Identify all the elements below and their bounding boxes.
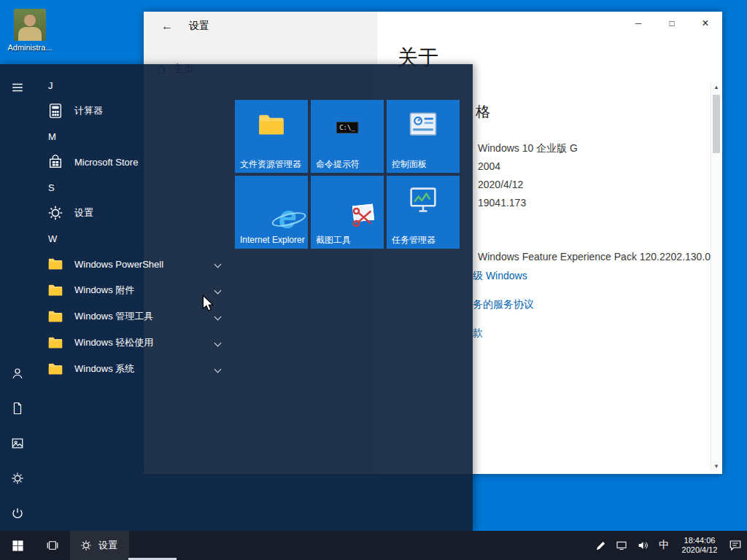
power-button[interactable] (9, 505, 26, 522)
tile-snipping-tool[interactable]: 截图工具 (311, 176, 384, 249)
taskbar-app-label: 设置 (98, 539, 117, 552)
scroll-up-icon[interactable]: ▴ (711, 83, 721, 90)
upgrade-windows-link[interactable]: 级 Windows (473, 270, 527, 283)
user-account-button[interactable] (9, 365, 26, 382)
start-menu: J 计算器 M Microsoft Store S 设置 (0, 64, 473, 531)
app-label: Windows 管理工具 (74, 310, 153, 323)
app-list-letter-m[interactable]: M (35, 124, 233, 149)
gear-icon (11, 472, 24, 485)
installed-date-value: 2020/4/12 (478, 179, 523, 190)
documents-button[interactable] (9, 400, 26, 417)
clock-date: 2020/4/12 (678, 545, 721, 555)
pen-input-icon[interactable] (593, 538, 608, 553)
license-terms-link[interactable]: 款 (473, 327, 483, 340)
action-center-icon[interactable] (728, 538, 743, 553)
taskbar: 设置 中 18:44:06 2020/4/12 (0, 531, 747, 560)
taskbar-app-settings[interactable]: 设置 (70, 531, 129, 560)
volume-icon[interactable] (635, 538, 650, 553)
tile-command-prompt[interactable]: C:\_ 命令提示符 (311, 100, 384, 173)
app-label: Windows 附件 (74, 284, 134, 297)
windows-spec-heading: 格 (476, 102, 490, 122)
mouse-cursor (202, 295, 215, 315)
tile-control-panel[interactable]: 控制面板 (387, 100, 460, 173)
pictures-button[interactable] (9, 435, 26, 452)
system-tray: 中 18:44:06 2020/4/12 (593, 536, 747, 555)
edition-value: Windows 10 企业版 G (478, 142, 578, 155)
chevron-down-icon[interactable] (214, 260, 222, 268)
scrollbar-thumb[interactable] (713, 95, 720, 153)
store-icon (47, 153, 64, 171)
control-panel-icon (408, 111, 438, 141)
minimize-button[interactable]: ─ (622, 12, 655, 35)
app-group-windows-ease-of-access[interactable]: Windows 轻松使用 (35, 330, 233, 356)
command-prompt-icon: C:\_ (336, 120, 358, 133)
start-button[interactable] (0, 531, 35, 560)
folder-icon (47, 255, 64, 273)
app-item-calculator[interactable]: 计算器 (35, 98, 233, 124)
app-item-microsoft-store[interactable]: Microsoft Store (35, 149, 233, 175)
letter-label: J (48, 80, 53, 91)
pictures-icon (11, 437, 24, 450)
power-icon (11, 507, 24, 520)
close-button[interactable]: × (689, 12, 722, 35)
scrollbar[interactable]: ▴ ▾ (711, 82, 721, 471)
desktop: Administra... 主页 ← 设置 ─ □ × 关于 格 Windows… (0, 0, 747, 560)
folder-icon (47, 308, 64, 325)
tile-label: 截图工具 (316, 235, 381, 245)
app-label: Windows PowerShell (74, 259, 163, 270)
shortcut-label: Administra... (6, 43, 54, 52)
gear-icon (47, 204, 64, 222)
folder-icon (47, 360, 64, 378)
back-button[interactable]: ← (152, 16, 182, 36)
chevron-down-icon[interactable] (214, 365, 222, 373)
app-list-letter-w[interactable]: W (35, 226, 233, 251)
app-list: J 计算器 M Microsoft Store S 设置 (35, 73, 233, 382)
app-list-letter-j[interactable]: J (35, 73, 233, 98)
os-build-value: 19041.173 (478, 197, 526, 209)
scroll-down-icon[interactable]: ▾ (711, 462, 721, 470)
hamburger-icon (11, 81, 24, 94)
task-view-button[interactable] (35, 531, 70, 560)
document-icon (11, 402, 24, 415)
file-explorer-icon (257, 110, 286, 142)
tile-internet-explorer[interactable]: e Internet Explorer (235, 176, 308, 249)
gear-icon (80, 540, 92, 551)
maximize-button[interactable]: □ (655, 12, 689, 35)
windows-logo-icon (12, 540, 24, 552)
expand-menu-button[interactable] (9, 79, 26, 96)
experience-pack-value: Windows Feature Experience Pack 120.2202… (478, 251, 711, 262)
settings-button[interactable] (9, 470, 26, 487)
app-label: Windows 轻松使用 (74, 336, 153, 349)
clock[interactable]: 18:44:06 2020/4/12 (678, 536, 721, 555)
letter-label: M (48, 131, 56, 142)
tile-task-manager[interactable]: 任务管理器 (387, 176, 460, 249)
tile-file-explorer[interactable]: 文件资源管理器 (235, 100, 308, 173)
tile-grid: 文件资源管理器 C:\_ 命令提示符 控制面板 e Internet Explo… (235, 100, 460, 249)
folder-icon (47, 334, 64, 351)
app-group-windows-powershell[interactable]: Windows PowerShell (35, 251, 233, 277)
letter-label: W (48, 233, 57, 244)
user-icon (11, 367, 24, 380)
app-label: 计算器 (74, 104, 103, 117)
tile-label: Internet Explorer (240, 235, 305, 245)
ime-indicator[interactable]: 中 (657, 539, 671, 552)
app-group-windows-system[interactable]: Windows 系统 (35, 356, 233, 382)
services-agreement-link[interactable]: 务的服务协议 (473, 298, 534, 311)
chevron-down-icon[interactable] (214, 339, 222, 346)
app-label: Windows 系统 (74, 362, 134, 376)
calculator-icon (47, 102, 64, 120)
desktop-shortcut-administrator[interactable]: Administra... (6, 9, 54, 52)
version-value: 2004 (478, 160, 500, 172)
folder-icon (47, 281, 64, 299)
tile-label: 文件资源管理器 (240, 159, 305, 169)
chevron-down-icon[interactable] (214, 313, 222, 320)
network-icon[interactable] (614, 538, 629, 553)
app-list-letter-s[interactable]: S (35, 175, 233, 200)
clock-time: 18:44:06 (678, 536, 721, 545)
window-title: 设置 (189, 20, 209, 33)
tile-label: 任务管理器 (392, 235, 457, 245)
chevron-down-icon[interactable] (214, 287, 222, 294)
app-item-settings[interactable]: 设置 (35, 200, 233, 226)
app-label: Microsoft Store (74, 157, 138, 168)
user-picture-icon (14, 9, 46, 41)
